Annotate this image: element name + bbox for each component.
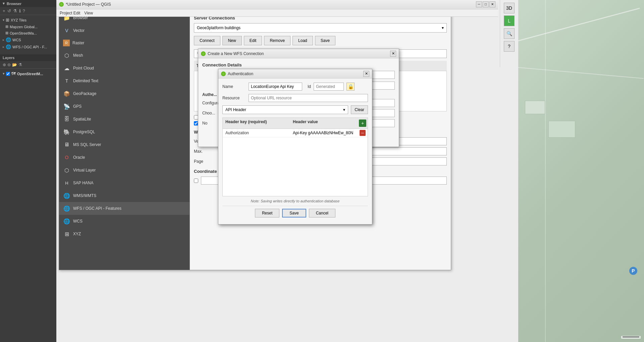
browser-info-icon[interactable]: ℹ — [19, 8, 21, 13]
auth-type-select[interactable]: API Header ▾ — [222, 105, 348, 114]
main-qgis-icon — [59, 2, 64, 7]
nav-item-mesh[interactable]: ⬡ Mesh — [59, 49, 190, 62]
map-scale-bar — [623, 337, 639, 337]
remove-button[interactable]: Remove — [264, 36, 290, 45]
qgis-main-window: ▾ Browser + ↺ ⚗ ℹ ? ▾ ⊞ XYZ Tiles ⊞ Mapz… — [0, 0, 644, 342]
auth-key-column-header: Header key (required) — [223, 118, 290, 129]
nav-item-mssql[interactable]: 🖥 MS SQL Server — [59, 138, 190, 151]
layers-open-icon[interactable]: 📂 — [12, 62, 17, 67]
toolbar-search-btn[interactable]: 🔍 — [504, 28, 515, 39]
geopackage-nav-icon: 📦 — [63, 90, 70, 97]
crs-checkbox[interactable] — [194, 179, 198, 183]
auth-remove-btn-cell: ─ — [358, 130, 368, 136]
auth-name-id-row: Name Id 🔒 — [222, 83, 368, 91]
auth-table-row: Authorization ─ — [223, 129, 368, 137]
auth-reset-btn[interactable]: Reset — [255, 209, 279, 217]
toolbar-help-btn[interactable]: ? — [504, 41, 515, 52]
expand-icon: ▾ — [3, 18, 4, 22]
browser-expand-icon[interactable]: ▾ — [3, 1, 5, 6]
auth-add-row-btn[interactable]: + — [359, 119, 366, 127]
map-p-marker: P — [629, 267, 637, 275]
wfs-dialog-titlebar: Create a New WFS Connection ✕ — [198, 49, 399, 58]
vector-nav-label: Vector — [73, 28, 85, 33]
vector-nav-icon: V — [63, 27, 70, 34]
auth-resource-input[interactable] — [249, 94, 368, 102]
nav-item-geopackage[interactable]: 📦 GeoPackage — [59, 87, 190, 100]
menu-project-edit[interactable]: Project Edit — [58, 10, 82, 16]
load-button[interactable]: Load — [292, 36, 313, 45]
connection-dropdown[interactable]: Geoe3platform buildings ▾ — [194, 23, 447, 33]
nav-item-sap-hana[interactable]: H SAP HANA — [59, 177, 190, 189]
layer-map-icon: 🗺 — [11, 71, 16, 76]
nav-item-oracle[interactable]: O Oracle — [59, 151, 190, 164]
auth-remove-row-btn[interactable]: ─ — [360, 130, 366, 136]
nav-item-xyz-dsm[interactable]: ⊞ XYZ — [59, 228, 190, 240]
sidebar-item-xyz-tiles[interactable]: ▾ ⊞ XYZ Tiles — [0, 16, 56, 23]
point-cloud-nav-icon: ☁ — [63, 64, 70, 72]
map-road-3 — [545, 0, 546, 342]
main-close-btn[interactable]: ✕ — [489, 1, 495, 7]
nav-item-wfs[interactable]: 🌐 WFS / OGC API - Features — [59, 202, 190, 215]
layer-visibility-checkbox[interactable] — [6, 72, 10, 76]
auth-name-input[interactable] — [249, 83, 302, 91]
toolbar-3d-btn[interactable]: 3D — [504, 3, 515, 13]
browser-filter-icon[interactable]: ⚗ — [13, 8, 17, 13]
browser-items: ▾ ⊞ XYZ Tiles ⊞ Mapzen Global... ⊞ OpenS… — [0, 15, 56, 52]
nav-item-wcs-dsm[interactable]: 🌐 WCS — [59, 215, 190, 228]
auth-close-btn[interactable]: ✕ — [363, 71, 369, 77]
auth-cancel-btn[interactable]: Cancel — [309, 209, 335, 217]
main-maximize-btn[interactable]: □ — [483, 1, 489, 7]
xyz-tiles-label: XYZ Tiles — [11, 18, 26, 22]
toolbar-layer-btn[interactable]: L — [504, 15, 515, 26]
browser-add-icon[interactable]: + — [3, 8, 5, 13]
auth-id-input[interactable] — [314, 83, 344, 91]
nav-item-virtual-layer[interactable]: ⬡ Virtual Layer — [59, 164, 190, 177]
browser-question-icon[interactable]: ? — [23, 8, 25, 13]
postgresql-nav-icon: 🐘 — [63, 128, 70, 136]
osm-icon: ⊞ — [5, 31, 8, 35]
nav-item-raster[interactable]: R Raster — [59, 37, 190, 49]
auth-clear-btn[interactable]: Clear — [351, 105, 368, 114]
layers-section-header: Layers — [0, 54, 56, 61]
nav-item-wms[interactable]: 🌐 WMS/WMTS — [59, 189, 190, 202]
nav-item-gps[interactable]: 📡 GPS — [59, 100, 190, 113]
wfs-icon: 🌐 — [6, 44, 11, 49]
new-button[interactable]: New — [222, 36, 242, 45]
auth-lock-btn[interactable]: 🔒 — [346, 83, 355, 91]
edit-button[interactable]: Edit — [244, 36, 262, 45]
sidebar-item-wcs[interactable]: ▸ 🌐 WCS — [0, 36, 56, 43]
auth-save-btn[interactable]: Save — [282, 209, 306, 217]
sidebar-item-osm[interactable]: ⊞ OpenStreetMa... — [0, 30, 56, 36]
auth-value-input[interactable] — [293, 131, 355, 135]
browser-section-header: ▾ Browser — [0, 0, 56, 7]
mapzen-label: Mapzen Global... — [10, 25, 38, 29]
menu-view[interactable]: View — [82, 10, 95, 16]
mapzen-icon: ⊞ — [5, 25, 8, 29]
save-button[interactable]: Save — [315, 36, 335, 45]
connect-button[interactable]: Connect — [194, 36, 220, 45]
layers-filter-icon[interactable]: ⚗ — [18, 62, 22, 67]
connection-buttons-row: Connect New Edit Remove Load Save — [194, 36, 447, 45]
sap-hana-nav-label: SAP HANA — [73, 181, 93, 185]
nav-item-point-cloud[interactable]: ☁ Point Cloud — [59, 62, 190, 75]
wfs-dialog-qgis-icon — [201, 51, 206, 56]
sidebar-item-mapzen[interactable]: ⊞ Mapzen Global... — [0, 23, 56, 30]
main-minimize-btn[interactable]: ─ — [476, 1, 482, 7]
auth-titlebar: Authentication ✕ — [218, 69, 372, 79]
nav-item-spatialite[interactable]: 🗄 SpatiaLite — [59, 113, 190, 126]
wms-nav-label: WMS/WMTS — [73, 193, 96, 198]
map-scale — [621, 336, 641, 339]
layers-add-icon[interactable]: ⊕ — [3, 62, 6, 67]
virtual-layer-nav-icon: ⬡ — [63, 166, 70, 174]
auth-note: Note: Saving writes directly to authenti… — [222, 199, 368, 203]
browser-refresh-icon[interactable]: ↺ — [7, 8, 11, 13]
layer-item-osm[interactable]: ▾ 🗺 OpenStreetM... — [3, 70, 54, 77]
nav-item-vector[interactable]: V Vector — [59, 24, 190, 37]
auth-qgis-icon — [221, 71, 226, 76]
wcs-label: WCS — [12, 38, 21, 42]
layers-remove-icon[interactable]: ⊖ — [7, 62, 11, 67]
wfs-dialog-close-btn[interactable]: ✕ — [390, 51, 396, 57]
sidebar-item-wfs[interactable]: ▸ 🌐 WFS / OGC API - F... — [0, 43, 56, 50]
nav-item-postgresql[interactable]: 🐘 PostgreSQL — [59, 126, 190, 138]
nav-item-delimited-text[interactable]: T Delimited Text — [59, 75, 190, 87]
